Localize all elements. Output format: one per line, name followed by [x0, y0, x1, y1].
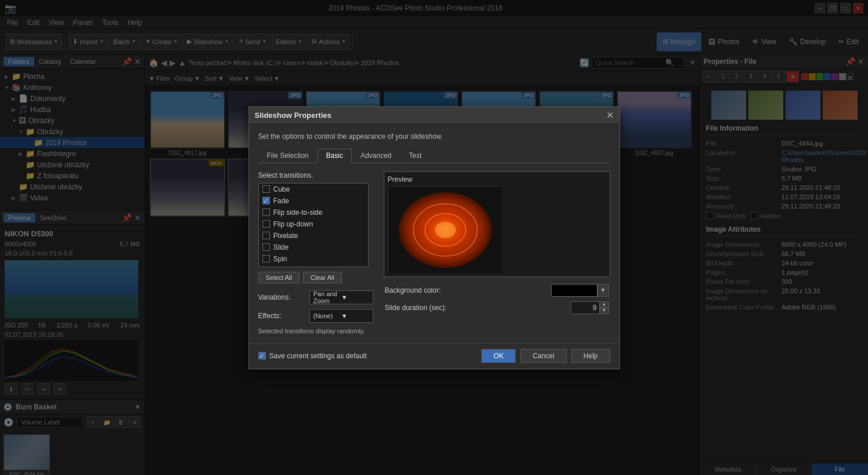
preview-rose-svg [388, 186, 502, 274]
pixelate-label: Pixelate [273, 232, 298, 240]
variations-label: Variations: [258, 293, 305, 301]
flip-side-label: Flip side-to-side [273, 208, 323, 217]
variations-arrow-icon: ▼ [341, 294, 369, 301]
cancel-button[interactable]: Cancel [520, 349, 566, 363]
effects-row: Effects: (None) ▼ [258, 309, 374, 323]
duration-input[interactable] [571, 301, 600, 314]
flip-up-checkbox[interactable] [262, 220, 270, 228]
tab-text[interactable]: Text [400, 149, 430, 163]
effects-label: Effects: [258, 312, 305, 320]
help-button[interactable]: Help [571, 349, 610, 363]
spin-label: Spin [273, 255, 287, 263]
transition-flip-up[interactable]: Flip up-down [259, 218, 368, 230]
dialog-tabs: File Selection Basic Advanced Text [258, 149, 610, 163]
stretch-label: Stretch [273, 267, 296, 267]
slide-checkbox[interactable] [262, 243, 270, 251]
tab-advanced[interactable]: Advanced [352, 149, 400, 163]
save-default-row: ✓ Save current settings as default [258, 352, 367, 360]
preview-label: Preview [388, 175, 606, 183]
transition-fade[interactable]: ✓ Fade [259, 195, 368, 207]
tab-basic[interactable]: Basic [318, 149, 352, 163]
variations-dropdown[interactable]: Pan and Zoom ▼ [309, 290, 373, 304]
flip-up-label: Flip up-down [273, 220, 314, 228]
bg-color-swatch[interactable] [551, 284, 597, 297]
duration-spinner: ▲ ▼ [600, 301, 609, 314]
dialog-close-button[interactable]: ✕ [606, 110, 614, 121]
clear-all-button[interactable]: Clear All [303, 272, 342, 283]
bg-color-label: Background color: [385, 286, 441, 294]
pixelate-checkbox[interactable] [262, 232, 270, 239]
transitions-buttons: Select All Clear All [258, 272, 374, 283]
transition-flip-side[interactable]: Flip side-to-side [259, 207, 368, 218]
spin-up-button[interactable]: ▲ [600, 301, 609, 308]
duration-label: Slide duration (sec): [385, 304, 447, 312]
transitions-section: Select transitions. Cube ✓ Fade Flip s [258, 171, 374, 334]
fade-label: Fade [273, 197, 289, 205]
preview-image [388, 186, 502, 273]
cube-checkbox[interactable] [262, 185, 270, 193]
slideshow-dialog: Slideshow Properties ✕ Set the options t… [248, 106, 620, 369]
variations-value: Pan and Zoom [314, 290, 341, 304]
transition-cube[interactable]: Cube [259, 183, 368, 195]
random-note: Selected transitions display randomly. [258, 328, 374, 334]
spin-down-button[interactable]: ▼ [600, 308, 609, 314]
transition-stretch[interactable]: Stretch [259, 265, 368, 267]
duration-row: Slide duration (sec): ▲ ▼ [385, 301, 609, 314]
bg-color-dropdown-button[interactable]: ▼ [597, 284, 609, 297]
bg-duration-section: Background color: ▼ Slide duration (sec)… [384, 284, 610, 314]
save-default-checkbox[interactable]: ✓ [258, 352, 266, 359]
transition-pixelate[interactable]: Pixelate [259, 230, 368, 242]
transition-spin[interactable]: Spin [259, 253, 368, 265]
effects-arrow-icon: ▼ [341, 312, 369, 319]
dialog-body: Set the options to control the appearanc… [249, 124, 620, 343]
dialog-action-buttons: OK Cancel Help [481, 349, 610, 363]
duration-controls: ▲ ▼ [571, 301, 609, 314]
ok-button[interactable]: OK [481, 349, 516, 363]
cube-label: Cube [273, 185, 290, 193]
effects-value: (None) [314, 312, 341, 319]
variations-row: Variations: Pan and Zoom ▼ [258, 290, 374, 304]
spin-checkbox[interactable] [262, 255, 270, 262]
transitions-label: Select transitions. [258, 171, 374, 179]
dialog-content: Select transitions. Cube ✓ Fade Flip s [258, 171, 610, 334]
dialog-footer: ✓ Save current settings as default OK Ca… [249, 343, 620, 369]
stretch-checkbox[interactable] [262, 267, 270, 267]
bg-color-controls: ▼ [551, 284, 609, 297]
dialog-preview-section: Preview [384, 171, 610, 334]
flip-side-checkbox[interactable] [262, 208, 270, 216]
effects-dropdown[interactable]: (None) ▼ [309, 309, 373, 323]
fade-checkbox[interactable]: ✓ [262, 197, 270, 204]
dialog-title-bar: Slideshow Properties ✕ [249, 107, 620, 124]
dialog-overlay: Slideshow Properties ✕ Set the options t… [0, 0, 868, 475]
settings-section: Variations: Pan and Zoom ▼ Effects: (Non… [258, 290, 374, 323]
transition-slide[interactable]: Slide [259, 242, 368, 253]
transitions-list: Cube ✓ Fade Flip side-to-side Flip u [258, 183, 369, 267]
background-color-row: Background color: ▼ [385, 284, 609, 297]
preview-box: Preview [384, 171, 610, 277]
save-default-label: Save current settings as default [269, 352, 367, 360]
dialog-description: Set the options to control the appearanc… [258, 132, 610, 141]
select-all-button[interactable]: Select All [258, 272, 300, 283]
tab-file-selection[interactable]: File Selection [258, 149, 318, 163]
slide-label: Slide [273, 243, 289, 251]
svg-point-7 [435, 222, 456, 238]
dialog-title: Slideshow Properties [255, 111, 332, 120]
